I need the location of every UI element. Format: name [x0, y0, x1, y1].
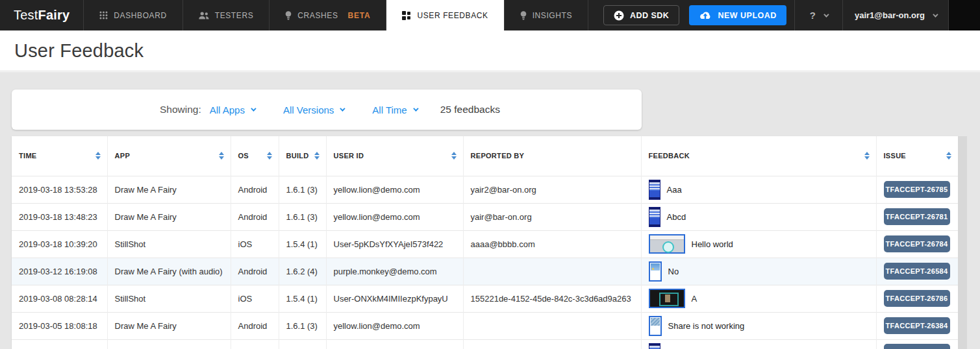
- table-row[interactable]: 2019-03-18 13:53:28 Draw Me A Fairy Andr…: [12, 176, 958, 203]
- page-title: User Feedback: [14, 40, 144, 62]
- feedback-table-container: TIME APP OS BUILD USER ID REPORTED BY FE…: [12, 136, 958, 349]
- issue-badge[interactable]: TFACCEPT-26584: [884, 263, 950, 280]
- column-header-time[interactable]: TIME: [12, 136, 107, 176]
- cell-user-id: yellow.lion@demo.com: [326, 312, 463, 339]
- cell-issue: TFACCEPT-26384: [876, 312, 958, 339]
- table-row[interactable]: 2019-03-18 10:39:20 StillShot iOS 1.5.4 …: [12, 230, 958, 258]
- table-row[interactable]: 2019-03-12 16:19:08 Draw Me A Fairy (wit…: [12, 258, 958, 285]
- nav-item-testers[interactable]: TESTERS: [182, 0, 270, 30]
- cell-feedback: Aaa: [641, 176, 876, 203]
- cell-issue: TFACCEPT-26784: [876, 230, 958, 258]
- sort-icon[interactable]: [864, 152, 870, 160]
- feedback-screenshot-thumbnail[interactable]: [649, 289, 685, 308]
- content-area: Showing: All Apps All Versions All Time …: [0, 72, 980, 349]
- nav-item-insights[interactable]: INSIGHTS: [504, 0, 588, 30]
- column-header-label: USER ID: [334, 152, 364, 160]
- chevron-down-icon: [413, 106, 418, 111]
- column-header-feedback[interactable]: FEEDBACK: [641, 136, 876, 176]
- column-header-app[interactable]: APP: [107, 136, 231, 176]
- cell-time: 2019-03-12 16:19:08: [12, 258, 107, 285]
- cell-feedback: A: [641, 285, 876, 312]
- cell-feedback: Hello world: [641, 230, 876, 258]
- cell-build: 1.6.1 (3): [279, 203, 326, 230]
- issue-badge[interactable]: TFACCEPT-26384: [884, 317, 950, 334]
- cell-build: 1.5.4 (1): [279, 230, 326, 258]
- table-row[interactable]: 2019-03-18 13:48:23 Draw Me A Fairy Andr…: [12, 203, 958, 230]
- logo-part1: Test: [14, 8, 38, 23]
- feedback-screenshot-thumbnail[interactable]: [649, 261, 662, 282]
- new-upload-button[interactable]: NEW UPLOAD: [689, 5, 786, 25]
- cell-user-id: [326, 339, 463, 349]
- add-sdk-button[interactable]: ADD SDK: [603, 5, 679, 25]
- cell-os: iOS: [231, 285, 279, 312]
- cell-feedback: No: [641, 258, 876, 285]
- cell-issue: TFACCEPT-26786: [876, 285, 958, 312]
- nav-item-crashes[interactable]: CRASHES BETA: [269, 0, 386, 30]
- column-header-build[interactable]: BUILD: [279, 136, 326, 176]
- table-scrollbar-track[interactable]: [958, 136, 967, 349]
- sort-icon[interactable]: [946, 152, 951, 160]
- cell-reported-by: yair2@bar-on.org: [463, 176, 641, 203]
- sort-icon[interactable]: [267, 152, 272, 160]
- cell-reported-by: [463, 312, 641, 339]
- cell-time: 2019-03-18 10:39:20: [12, 230, 107, 258]
- cell-reported-by: [463, 258, 641, 285]
- issue-badge[interactable]: [884, 344, 950, 349]
- sort-icon[interactable]: [95, 152, 101, 160]
- feedback-screenshot-thumbnail[interactable]: [649, 180, 660, 200]
- filter-bar: Showing: All Apps All Versions All Time …: [12, 90, 642, 130]
- cell-reported-by: yair@bar-on.org: [463, 203, 641, 230]
- cell-user-id: yellow.lion@demo.com: [326, 203, 463, 230]
- cell-time: [12, 339, 107, 349]
- nav-item-user-feedback[interactable]: USER FEEDBACK: [386, 0, 503, 30]
- issue-badge[interactable]: TFACCEPT-26786: [884, 290, 950, 307]
- showing-label: Showing:: [160, 104, 201, 115]
- nav-item-label: TESTERS: [215, 11, 254, 20]
- feedback-screenshot-thumbnail[interactable]: [649, 316, 662, 336]
- sort-icon[interactable]: [219, 152, 224, 160]
- nav-item-dashboard[interactable]: DASHBOARD: [83, 0, 182, 30]
- top-nav: TestFairy DASHBOARD TESTERS CRASHES BETA: [0, 0, 980, 30]
- cell-time: 2019-03-05 18:08:18: [12, 312, 107, 339]
- user-menu[interactable]: yair1@bar-on.org: [842, 0, 948, 30]
- feedback-screenshot-thumbnail[interactable]: [649, 207, 660, 227]
- issue-badge[interactable]: TFACCEPT-26784: [884, 235, 950, 252]
- cell-app: Draw Me A Fairy (with audio): [107, 258, 231, 285]
- feedback-text: Abcd: [667, 212, 686, 222]
- title-bar: User Feedback: [0, 30, 980, 71]
- issue-badge[interactable]: TFACCEPT-26785: [884, 181, 950, 198]
- nav-item-label: DASHBOARD: [114, 11, 166, 20]
- column-header-reported-by[interactable]: REPORTED BY: [463, 136, 641, 176]
- logo-part2: Fairy: [38, 8, 69, 23]
- table-row[interactable]: 2019-03-05 18:08:18 Draw Me A Fairy Andr…: [12, 312, 958, 339]
- chevron-down-icon: [340, 106, 346, 111]
- bulb-icon: [520, 11, 527, 20]
- cell-os: Android: [231, 312, 279, 339]
- column-header-label: REPORTED BY: [471, 152, 525, 160]
- sort-icon[interactable]: [451, 152, 457, 160]
- cell-os: iOS: [231, 230, 279, 258]
- help-menu[interactable]: ?: [794, 0, 842, 30]
- apps-filter-dropdown[interactable]: All Apps: [210, 104, 255, 115]
- nav-item-label: INSIGHTS: [533, 11, 572, 20]
- issue-badge[interactable]: TFACCEPT-26781: [884, 208, 950, 225]
- column-header-issue[interactable]: ISSUE: [876, 136, 958, 176]
- cell-time: 2019-03-18 13:48:23: [12, 203, 107, 230]
- feedback-screenshot-thumbnail[interactable]: [649, 234, 685, 254]
- table-row[interactable]: 2019-03-08 08:28:14 StillShot iOS 1.5.4 …: [12, 285, 958, 312]
- column-header-label: TIME: [19, 152, 36, 160]
- cell-build: 1.5.4 (1): [279, 285, 326, 312]
- sort-icon[interactable]: [314, 152, 320, 160]
- column-header-user-id[interactable]: USER ID: [326, 136, 463, 176]
- table-row[interactable]: [12, 339, 958, 349]
- time-filter-dropdown[interactable]: All Time: [372, 104, 416, 115]
- testfairy-logo[interactable]: TestFairy: [0, 0, 83, 30]
- column-header-label: APP: [115, 152, 131, 160]
- column-header-os[interactable]: OS: [231, 136, 279, 176]
- feedback-text: A: [692, 294, 697, 304]
- feedback-text: Hello world: [692, 239, 733, 249]
- feedback-text: No: [668, 267, 679, 276]
- feedback-screenshot-thumbnail[interactable]: [649, 343, 660, 349]
- versions-filter-dropdown[interactable]: All Versions: [283, 104, 344, 115]
- time-filter-label: All Time: [372, 104, 407, 115]
